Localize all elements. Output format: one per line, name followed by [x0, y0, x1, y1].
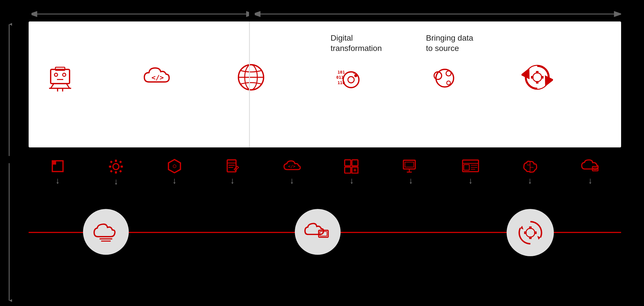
svg-rect-38 [531, 76, 534, 79]
svg-marker-85 [520, 226, 523, 229]
down-arrow-5: ↓ [290, 176, 294, 185]
ot-arrow [255, 11, 621, 17]
solution-edge-icon [303, 219, 332, 245]
solution-cloud-icon [92, 219, 120, 245]
svg-rect-48 [109, 166, 111, 168]
notebook-icon [225, 158, 240, 174]
svg-marker-84 [537, 236, 540, 240]
mid-icon-gear: ↓ [108, 158, 124, 186]
svg-line-15 [51, 84, 54, 88]
svg-rect-89 [524, 231, 527, 234]
solution-automation-icon [515, 217, 546, 248]
svg-rect-39 [541, 76, 544, 79]
iiot-icon [235, 62, 267, 93]
svg-rect-62 [345, 160, 351, 166]
cloud-code-icon: </> [283, 158, 301, 174]
svg-rect-51 [119, 161, 122, 163]
aiml-icon [44, 62, 76, 93]
down-arrow-3: ↓ [172, 176, 177, 185]
tech-item-bringing: Bringing data to source [422, 33, 517, 94]
y-axis-tech-arrow [6, 21, 12, 159]
down-arrow-9: ↓ [528, 176, 532, 185]
svg-rect-87 [529, 226, 532, 229]
svg-point-24 [343, 72, 359, 88]
solution-circle-cloud [83, 209, 129, 255]
svg-rect-53 [119, 170, 122, 173]
svg-rect-90 [534, 231, 537, 234]
cloud-storage-icon [580, 158, 600, 174]
svg-point-28 [348, 76, 354, 83]
brain-icon [522, 158, 538, 174]
mid-icon-hex: ⬡ ↓ [167, 158, 182, 185]
svg-rect-73 [464, 165, 469, 170]
gear-icon-mid [108, 158, 124, 175]
svg-rect-10 [51, 70, 70, 84]
svg-rect-88 [529, 236, 532, 239]
svg-rect-46 [115, 160, 117, 162]
down-arrow-10: ↓ [588, 176, 592, 185]
solution-circle-automation [507, 209, 554, 256]
svg-rect-36 [536, 71, 538, 74]
svg-point-35 [533, 73, 542, 82]
hexagon-icon: ⬡ [167, 158, 182, 174]
tech-box: </> Digital transformation 101 011 [29, 21, 621, 147]
appgrid-icon [343, 158, 360, 174]
tech-item-edge: </> [135, 33, 231, 93]
svg-line-16 [66, 84, 70, 88]
down-arrow-2: ↓ [114, 177, 118, 186]
svg-point-12 [54, 73, 58, 76]
mid-icon-container: ↓ [50, 158, 66, 185]
svg-point-13 [63, 73, 66, 76]
it-arrow [31, 11, 249, 17]
mid-icon-brain: ↓ [522, 158, 538, 185]
tech-item-digital-label: Digital transformation [331, 33, 382, 54]
middle-icons-row: ↓ ↓ ⬡ ↓ [29, 156, 621, 193]
svg-rect-47 [115, 171, 117, 173]
svg-rect-50 [110, 161, 113, 163]
svg-text:011: 011 [336, 75, 344, 80]
down-arrow-8: ↓ [468, 176, 473, 185]
svg-line-60 [237, 166, 238, 167]
dashboard-icon [462, 158, 479, 174]
svg-rect-49 [121, 166, 123, 168]
mid-icon-dashboard: ↓ [462, 158, 479, 185]
it-ot-divider [249, 21, 250, 147]
svg-text:</>: </> [151, 74, 164, 82]
down-arrow-1: ↓ [56, 176, 60, 185]
tech-item-iiot [231, 33, 326, 93]
digital-icon: 101 011 110 [331, 62, 362, 94]
y-axis-redhat-arrow [6, 160, 12, 303]
down-arrow-4: ↓ [230, 176, 235, 185]
svg-rect-52 [110, 170, 113, 173]
tech-item-automation [517, 33, 613, 93]
mid-icon-cloud-code: </> ↓ [283, 158, 301, 185]
svg-point-32 [446, 71, 451, 76]
svg-text:</>: </> [288, 164, 295, 169]
edge-icon: </> [140, 62, 177, 93]
svg-rect-63 [352, 160, 358, 166]
monitor-icon [402, 158, 419, 174]
down-arrow-7: ↓ [409, 176, 413, 185]
tech-item-aiml [40, 33, 135, 93]
solution-circle-edge [295, 209, 341, 255]
svg-point-34 [525, 65, 549, 89]
tech-item-bringing-label: Bringing data to source [426, 33, 473, 54]
svg-point-29 [354, 74, 357, 77]
svg-text:101: 101 [337, 70, 345, 74]
bringing-icon [426, 62, 457, 94]
svg-point-33 [447, 81, 451, 85]
svg-rect-43 [52, 161, 56, 165]
down-arrow-6: ↓ [349, 176, 354, 185]
svg-point-86 [526, 228, 535, 237]
svg-text:110: 110 [337, 80, 345, 85]
svg-rect-70 [405, 162, 414, 167]
container-icon [50, 158, 66, 174]
svg-rect-37 [536, 81, 538, 84]
mid-icon-notebook: ↓ [225, 158, 240, 185]
svg-rect-64 [345, 167, 351, 173]
svg-text:⬡: ⬡ [173, 164, 176, 169]
mid-icon-appgrid: ↓ [343, 158, 360, 185]
mid-icon-monitor: ↓ [402, 158, 419, 185]
mid-icon-cloud-storage: ↓ [580, 158, 600, 185]
automation-icon [521, 62, 553, 93]
